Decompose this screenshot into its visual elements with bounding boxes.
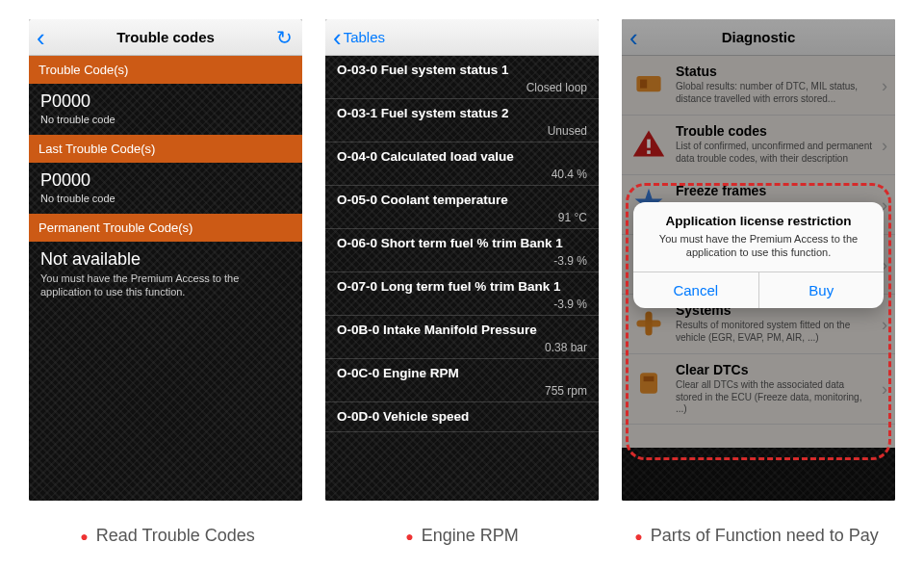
back-label: Tables: [344, 29, 385, 45]
chevron-left-icon: ‹: [37, 25, 45, 50]
back-button[interactable]: ‹ Tables: [325, 25, 393, 50]
data-row[interactable]: O-03-0 Fuel system status 1Closed loop: [325, 56, 599, 99]
data-value: Closed loop: [337, 81, 587, 94]
chevron-left-icon: ‹: [333, 25, 342, 50]
data-value: -3.9 %: [337, 254, 587, 268]
buy-button[interactable]: Buy: [758, 272, 885, 308]
alert-message: You must have the Premium Access to the …: [633, 232, 884, 272]
data-row[interactable]: O-0C-0 Engine RPM755 rpm: [325, 359, 599, 402]
license-alert: Application license restriction You must…: [633, 202, 884, 308]
data-label: O-0D-0 Vehicle speed: [337, 409, 587, 424]
cancel-button[interactable]: Cancel: [633, 272, 758, 308]
code-value: P0000: [40, 170, 291, 191]
caption-1: ●Read Trouble Codes: [29, 526, 306, 546]
nav-title: Trouble codes: [29, 29, 302, 45]
refresh-button[interactable]: ↻: [276, 26, 293, 49]
data-value: 0.38 bar: [337, 341, 587, 354]
data-row[interactable]: O-07-0 Long term fuel % trim Bank 1-3.9 …: [325, 272, 599, 316]
trouble-code-item[interactable]: P0000 No trouble code: [29, 84, 302, 135]
alert-buttons: Cancel Buy: [633, 272, 884, 308]
data-label: O-03-1 Fuel system status 2: [337, 106, 587, 120]
section-header-current: Trouble Code(s): [29, 56, 302, 84]
data-label: O-03-0 Fuel system status 1: [337, 63, 587, 77]
phone-tables: ‹ Tables O-03-0 Fuel system status 1Clos…: [325, 19, 599, 501]
code-desc: No trouble code: [40, 114, 291, 125]
permanent-unavailable: Not available You must have the Premium …: [29, 242, 302, 309]
code-desc: No trouble code: [40, 193, 291, 204]
content-body: Trouble Code(s) P0000 No trouble code La…: [29, 56, 302, 501]
premium-required-text: You must have the Premium Access to the …: [40, 272, 291, 299]
section-header-permanent: Permanent Trouble Code(s): [29, 214, 302, 242]
data-label: O-06-0 Short term fuel % trim Bank 1: [337, 236, 587, 250]
alert-title: Application license restriction: [633, 202, 884, 232]
navbar: ‹ Tables: [325, 19, 599, 56]
code-value: P0000: [40, 91, 291, 112]
data-value: Unused: [337, 124, 587, 138]
data-row[interactable]: O-04-0 Calculated load value40.4 %: [325, 142, 599, 186]
back-button[interactable]: ‹: [29, 25, 55, 50]
data-label: O-04-0 Calculated load value: [337, 149, 587, 164]
data-row[interactable]: O-03-1 Fuel system status 2Unused: [325, 99, 599, 142]
content-body[interactable]: O-03-0 Fuel system status 1Closed loopO-…: [325, 56, 599, 501]
data-row[interactable]: O-0D-0 Vehicle speed: [325, 402, 599, 432]
data-label: O-0B-0 Intake Manifold Pressure: [337, 323, 587, 337]
data-label: O-05-0 Coolant temperature: [337, 193, 587, 207]
bullet-icon: ●: [405, 529, 413, 544]
captions-row: ●Read Trouble Codes ●Engine RPM ●Parts o…: [0, 526, 924, 546]
navbar: ‹ Trouble codes ↻: [29, 19, 302, 56]
data-row[interactable]: O-0B-0 Intake Manifold Pressure0.38 bar: [325, 316, 599, 359]
data-label: O-0C-0 Engine RPM: [337, 366, 587, 380]
not-available-label: Not available: [40, 249, 291, 270]
section-header-last: Last Trouble Code(s): [29, 135, 302, 163]
data-value: 755 rpm: [337, 384, 587, 398]
bullet-icon: ●: [80, 529, 88, 544]
phone-diagnostic: ‹ Diagnostic StatusGlobal results: numbe…: [622, 19, 895, 501]
phone-trouble-codes: ‹ Trouble codes ↻ Trouble Code(s) P0000 …: [29, 19, 302, 501]
data-value: 40.4 %: [337, 168, 587, 181]
trouble-code-item[interactable]: P0000 No trouble code: [29, 163, 302, 214]
caption-2: ●Engine RPM: [323, 526, 601, 546]
data-value: 91 °C: [337, 211, 587, 224]
data-row[interactable]: O-05-0 Coolant temperature91 °C: [325, 186, 599, 229]
data-value: -3.9 %: [337, 297, 587, 311]
caption-3: ●Parts of Function need to Pay: [618, 526, 895, 546]
data-label: O-07-0 Long term fuel % trim Bank 1: [337, 279, 587, 294]
bullet-icon: ●: [634, 529, 642, 544]
data-row[interactable]: O-06-0 Short term fuel % trim Bank 1-3.9…: [325, 229, 599, 272]
